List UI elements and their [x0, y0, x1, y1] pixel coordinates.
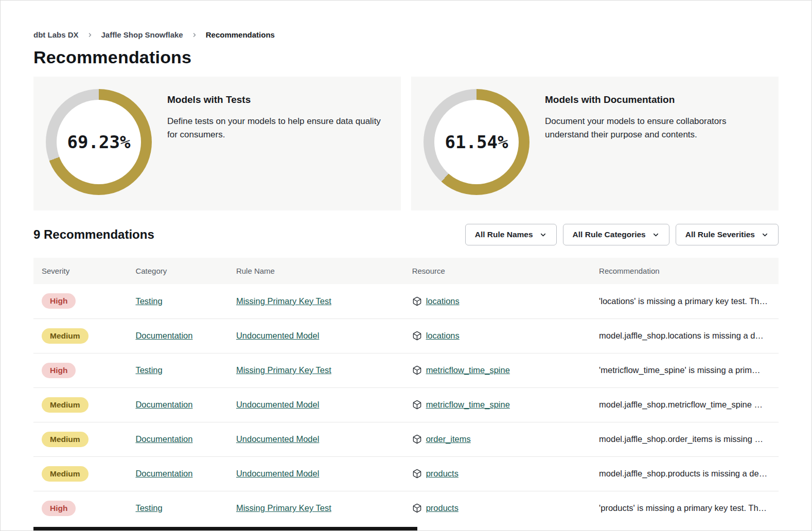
package-cube-icon: [412, 400, 422, 410]
resource-link[interactable]: metricflow_time_spine: [426, 365, 510, 375]
resource-link[interactable]: products: [426, 469, 458, 479]
models-with-documentation-donut-chart: 61.54%: [423, 89, 529, 195]
table-row: High Testing Missing Primary Key Test pr…: [33, 491, 779, 525]
resource-link[interactable]: locations: [426, 331, 460, 341]
rule-name-link[interactable]: Missing Primary Key Test: [236, 296, 331, 306]
models-with-tests-card: 69.23% Models with Tests Define tests on…: [33, 77, 401, 210]
chevron-down-icon: [652, 231, 660, 239]
resource-link[interactable]: order_items: [426, 434, 471, 444]
category-link[interactable]: Testing: [135, 503, 162, 512]
card-title: Models with Documentation: [545, 94, 766, 105]
severity-badge: Medium: [42, 432, 89, 447]
chevron-down-icon: [761, 231, 769, 239]
table-row: Medium Documentation Undocumented Model …: [33, 456, 779, 491]
filter-label: All Rule Categories: [573, 230, 646, 239]
horizontal-scrollbar[interactable]: [33, 527, 417, 530]
column-header-category: Category: [127, 258, 227, 284]
filter-label: All Rule Names: [475, 230, 533, 239]
page-title: Recommendations: [33, 47, 779, 67]
table-row: Medium Documentation Undocumented Model …: [33, 318, 779, 353]
breadcrumb-item-dbt-labs-dx[interactable]: dbt Labs DX: [33, 30, 79, 39]
stat-cards: 69.23% Models with Tests Define tests on…: [33, 77, 779, 210]
recommendations-count: 9 Recommendations: [33, 227, 154, 242]
card-description: Document your models to ensure collabora…: [545, 115, 766, 142]
severity-badge: High: [42, 293, 76, 309]
filters: All Rule Names All Rule Categories All R…: [465, 224, 779, 245]
rule-name-link[interactable]: Undocumented Model: [236, 400, 319, 409]
resource-link[interactable]: metricflow_time_spine: [426, 400, 510, 410]
column-header-severity: Severity: [33, 258, 127, 284]
rule-names-filter-dropdown[interactable]: All Rule Names: [465, 224, 557, 245]
recommendation-text: 'metricflow_time_spine' is missing a pri…: [591, 353, 779, 387]
resource-link[interactable]: products: [426, 503, 458, 513]
package-cube-icon: [412, 331, 422, 341]
rule-name-link[interactable]: Missing Primary Key Test: [236, 503, 331, 512]
recommendation-text: model.jaffle_shop.metricflow_time_spine …: [591, 387, 779, 422]
chevron-right-icon: [87, 32, 93, 38]
breadcrumb: dbt Labs DX Jaffle Shop Snowflake Recomm…: [33, 30, 779, 39]
table-row: Medium Documentation Undocumented Model …: [33, 422, 779, 456]
severity-badge: Medium: [42, 466, 89, 482]
package-cube-icon: [412, 503, 422, 513]
resource-link[interactable]: locations: [426, 296, 460, 306]
table-header-row: Severity Category Rule Name Resource Rec…: [33, 258, 779, 284]
recommendation-text: model.jaffle_shop.order_items is missing…: [591, 422, 779, 456]
package-cube-icon: [412, 469, 422, 479]
models-with-documentation-percentage: 61.54%: [445, 132, 508, 152]
donut-hole: 61.54%: [434, 100, 519, 184]
package-cube-icon: [412, 434, 422, 444]
severity-badge: Medium: [42, 328, 89, 344]
rule-categories-filter-dropdown[interactable]: All Rule Categories: [563, 224, 669, 245]
recommendation-text: 'products' is missing a primary key test…: [591, 491, 779, 525]
card-description: Define tests on your models to help ensu…: [167, 115, 389, 142]
category-link[interactable]: Documentation: [135, 469, 192, 478]
breadcrumb-item-project[interactable]: Jaffle Shop Snowflake: [101, 30, 183, 39]
breadcrumb-item-recommendations: Recommendations: [206, 30, 275, 39]
chevron-right-icon: [191, 32, 198, 38]
severity-badge: High: [42, 501, 76, 516]
models-with-tests-percentage: 69.23%: [67, 132, 131, 152]
package-cube-icon: [412, 365, 422, 375]
card-title: Models with Tests: [167, 94, 389, 105]
recommendations-page: dbt Labs DX Jaffle Shop Snowflake Recomm…: [0, 0, 812, 531]
table-row: High Testing Missing Primary Key Test lo…: [33, 284, 779, 318]
models-with-documentation-card: 61.54% Models with Documentation Documen…: [411, 77, 779, 210]
category-link[interactable]: Testing: [135, 296, 162, 306]
package-cube-icon: [412, 296, 422, 306]
recommendation-text: 'locations' is missing a primary key tes…: [591, 284, 779, 318]
table-row: High Testing Missing Primary Key Test me…: [33, 353, 779, 387]
donut-hole: 69.23%: [57, 100, 141, 184]
column-header-recommendation: Recommendation: [591, 258, 779, 284]
filter-label: All Rule Severities: [685, 230, 755, 239]
severity-badge: Medium: [42, 397, 89, 413]
recommendation-text: model.jaffle_shop.products is missing a …: [591, 456, 779, 491]
rule-name-link[interactable]: Undocumented Model: [236, 331, 319, 340]
category-link[interactable]: Documentation: [135, 331, 192, 340]
table-row: Medium Documentation Undocumented Model …: [33, 387, 779, 422]
rule-name-link[interactable]: Undocumented Model: [236, 434, 319, 444]
recommendation-text: model.jaffle_shop.locations is missing a…: [591, 318, 779, 353]
severity-badge: High: [42, 363, 76, 378]
category-link[interactable]: Documentation: [135, 400, 192, 409]
chevron-down-icon: [539, 231, 547, 239]
category-link[interactable]: Documentation: [135, 434, 192, 444]
models-with-tests-donut-chart: 69.23%: [46, 89, 152, 195]
column-header-rule-name: Rule Name: [228, 258, 404, 284]
category-link[interactable]: Testing: [135, 365, 162, 375]
rule-name-link[interactable]: Undocumented Model: [236, 469, 319, 478]
recommendations-table: Severity Category Rule Name Resource Rec…: [33, 258, 779, 525]
rule-severities-filter-dropdown[interactable]: All Rule Severities: [676, 224, 779, 245]
rule-name-link[interactable]: Missing Primary Key Test: [236, 365, 331, 375]
column-header-resource: Resource: [404, 258, 591, 284]
